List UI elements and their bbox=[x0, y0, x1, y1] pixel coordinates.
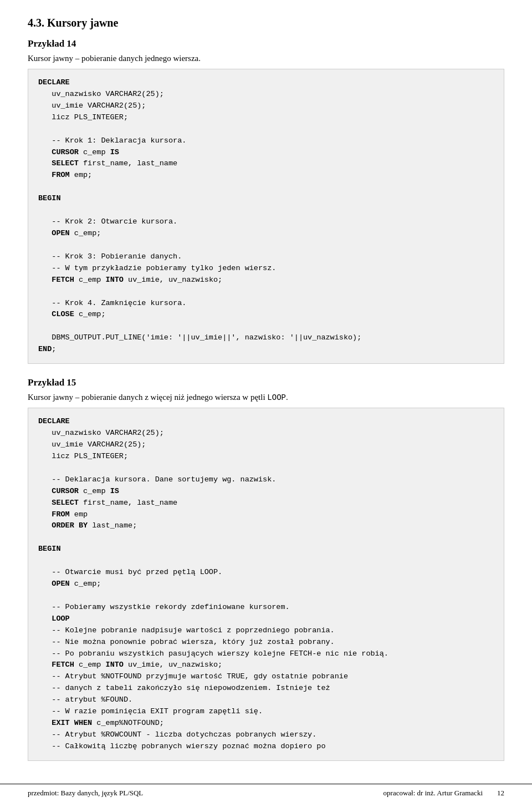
example14-subtitle: Kursor jawny – pobieranie danych jednego… bbox=[28, 54, 504, 63]
example15-subtitle: Kursor jawny – pobieranie danych z więce… bbox=[28, 393, 504, 402]
example15-title: Przykład 15 bbox=[28, 377, 504, 388]
example15-loop-keyword: LOOP bbox=[267, 393, 286, 402]
example14-code: DECLARE uv_nazwisko VARCHAR2(25); uv_imi… bbox=[28, 69, 504, 364]
footer-right: opracował: dr inż. Artur Gramacki 12 bbox=[383, 789, 504, 798]
example15-code: DECLARE uv_nazwisko VARCHAR2(25); uv_imi… bbox=[28, 408, 504, 761]
example15-subtitle-text2: . bbox=[286, 393, 288, 402]
page-footer: przedmiot: Bazy danych, język PL/SQL opr… bbox=[0, 784, 532, 802]
section-heading: 4.3. Kursory jawne bbox=[28, 17, 504, 29]
example15-subtitle-text1: Kursor jawny – pobieranie danych z więce… bbox=[28, 393, 267, 402]
footer-left: przedmiot: Bazy danych, język PL/SQL bbox=[28, 789, 143, 798]
example14-title: Przykład 14 bbox=[28, 38, 504, 49]
